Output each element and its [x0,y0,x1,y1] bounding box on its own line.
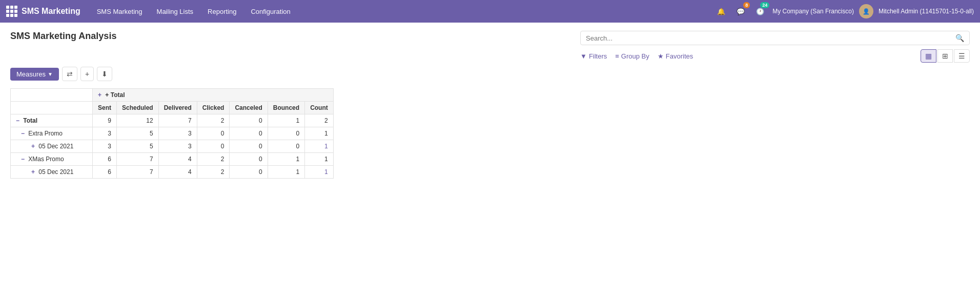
table-row: − XMas Promo6742011 [11,153,334,166]
corner-cell [11,89,93,102]
filter-icon: ▼ [580,52,587,60]
measures-caret-icon: ▼ [48,71,53,77]
clock-badge: 24 [760,2,769,8]
data-cell: 4 [158,166,197,179]
bar-chart-view-btn[interactable]: ▦ [921,49,936,63]
data-cell: 1 [268,166,304,179]
star-icon: ★ [658,52,664,60]
app-brand[interactable]: SMS Marketing [6,6,80,17]
row-label-cell: − Total [11,114,93,127]
row-label-cell: + 05 Dec 2021 [11,166,93,179]
row-label-text: Total [23,117,37,124]
list-view-btn[interactable]: ☰ [954,49,970,63]
menu-sms-marketing[interactable]: SMS Marketing [91,5,149,18]
row-label-text: 05 Dec 2021 [38,143,73,150]
chat-badge: 8 [743,2,750,8]
download-button[interactable]: ⬇ [97,67,112,81]
app-name: SMS Marketing [22,7,80,16]
data-cell: 0 [230,153,268,166]
group-by-icon: ≡ [615,52,619,60]
data-cell: 0 [230,114,268,127]
page-content: SMS Marketing Analysis 🔍 ▼ Filters ≡ Gro… [0,23,980,290]
plus-icon: + [98,91,101,99]
data-cell: 1 [305,127,334,140]
data-cell: 0 [197,127,230,140]
search-icon[interactable]: 🔍 [955,34,964,42]
filters-button[interactable]: ▼ Filters [580,52,607,60]
measures-button[interactable]: Measures ▼ [10,68,59,81]
data-cell[interactable]: 1 [305,166,334,179]
data-cell: 1 [268,114,304,127]
menu-reporting[interactable]: Reporting [201,5,242,18]
data-cell: 0 [230,166,268,179]
chat-icon: 💬 [737,8,745,15]
table-row: + 05 Dec 20213530001 [11,140,334,153]
col-clicked: Clicked [197,102,230,114]
group-by-label: Group By [621,52,649,60]
company-label: My Company (San Francisco) [772,8,854,15]
pivot-icon: ⊞ [942,52,948,60]
bell-icon-btn[interactable]: 🔔 [714,4,728,18]
row-label-text: Extra Promo [28,130,63,137]
row-label-cell: − Extra Promo [11,127,93,140]
bell-icon: 🔔 [717,8,725,15]
pivot-view-btn[interactable]: ⊞ [937,49,953,63]
data-cell: 0 [230,127,268,140]
filters-label: Filters [589,52,607,60]
menu-configuration[interactable]: Configuration [244,5,296,18]
avatar[interactable]: 👤 [859,4,873,18]
data-cell: 6 [93,153,117,166]
row-label-cell: − XMas Promo [11,153,93,166]
row-label-text: 05 Dec 2021 [38,168,73,176]
page-title: SMS Marketing Analysis [10,31,116,42]
data-cell: 2 [197,114,230,127]
total-col-header[interactable]: + + Total [93,89,334,102]
add-icon: + [85,70,89,78]
swap-icon: ⇄ [67,70,73,78]
toolbar: Measures ▼ ⇄ + ⬇ [10,67,970,81]
data-cell: 1 [305,153,334,166]
collapse-icon[interactable]: − [21,130,26,137]
data-cell: 7 [117,153,159,166]
data-cell: 2 [197,153,230,166]
clock-icon: 🕐 [756,8,764,15]
data-cell: 0 [268,140,304,153]
table-row: + 05 Dec 20216742011 [11,166,334,179]
add-column-button[interactable]: + [80,67,94,81]
data-cell: 2 [197,166,230,179]
group-by-button[interactable]: ≡ Group By [615,52,649,60]
data-cell: 9 [93,114,117,127]
table-row: − Extra Promo3530001 [11,127,334,140]
data-cell: 7 [158,114,197,127]
col-sent: Sent [93,102,117,114]
topnav: SMS Marketing SMS Marketing Mailing List… [0,0,980,23]
collapse-icon[interactable]: − [21,156,26,163]
collapse-icon[interactable]: − [16,117,21,124]
swap-button[interactable]: ⇄ [62,67,77,81]
empty-header [11,102,93,114]
expand-icon[interactable]: + [31,168,36,176]
data-cell: 0 [197,140,230,153]
col-canceled: Canceled [230,102,268,114]
topnav-right: 🔔 💬 8 🕐 24 My Company (San Francisco) 👤 … [714,4,974,18]
data-cell[interactable]: 1 [305,140,334,153]
search-input[interactable] [586,34,955,42]
data-cell: 0 [230,140,268,153]
clock-icon-btn[interactable]: 🕐 24 [753,4,767,18]
data-cell: 3 [93,140,117,153]
chat-icon-btn[interactable]: 💬 8 [733,4,748,18]
expand-icon[interactable]: + [31,143,36,150]
col-scheduled: Scheduled [117,102,159,114]
data-cell: 3 [158,127,197,140]
favorites-button[interactable]: ★ Favorites [658,52,693,60]
table-row: − Total91272012 [11,114,334,127]
col-bounced: Bounced [268,102,304,114]
pivot-table: + + Total Sent Scheduled Delivered Click… [10,88,334,179]
data-cell: 7 [117,166,159,179]
data-cell: 0 [268,127,304,140]
data-cell: 1 [268,153,304,166]
grid-icon [6,6,17,17]
menu-mailing-lists[interactable]: Mailing Lists [151,5,200,18]
data-cell: 6 [93,166,117,179]
favorites-label: Favorites [666,52,693,60]
